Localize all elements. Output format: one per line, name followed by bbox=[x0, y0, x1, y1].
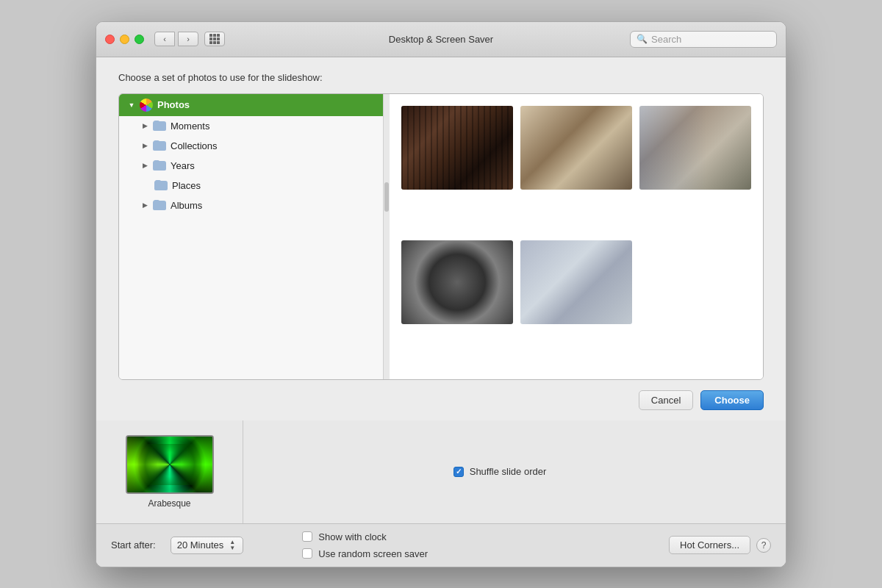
bottom-section: Arabesque Shuffle slide order Start afte… bbox=[96, 420, 786, 567]
shuffle-label: Shuffle slide order bbox=[470, 466, 547, 477]
photo-thumb-5[interactable] bbox=[520, 240, 632, 324]
folder-icon-places bbox=[154, 180, 168, 190]
dialog-panel: ▼ Photos ▶ Moments ▶ Collections bbox=[118, 93, 764, 380]
sidebar-label-places: Places bbox=[172, 180, 201, 191]
hot-corners-area bbox=[756, 420, 786, 523]
bottom-right: Hot Corners... ? bbox=[669, 536, 771, 554]
folder-icon-collections bbox=[153, 140, 166, 151]
sidebar-item-places[interactable]: Places bbox=[119, 176, 383, 196]
folder-icon-albums bbox=[153, 200, 166, 210]
photos-icon bbox=[140, 98, 153, 112]
button-row: Cancel Choose bbox=[118, 380, 764, 420]
hot-corners-button[interactable]: Hot Corners... bbox=[669, 536, 750, 554]
sidebar-item-years[interactable]: ▶ Years bbox=[119, 156, 383, 176]
scrollbar-thumb[interactable] bbox=[384, 182, 389, 212]
sidebar-label-years: Years bbox=[171, 160, 195, 171]
search-icon: 🔍 bbox=[637, 34, 648, 44]
search-box[interactable]: 🔍 bbox=[630, 31, 777, 48]
preview-label: Arabesque bbox=[148, 498, 190, 509]
main-window: ‹ › Desktop & Screen Saver 🔍 Choose a se… bbox=[96, 21, 786, 567]
shuffle-checkbox[interactable] bbox=[453, 467, 464, 477]
arabesque-thumbnail bbox=[126, 435, 214, 494]
title-bar: ‹ › Desktop & Screen Saver 🔍 bbox=[96, 22, 786, 57]
grid-view-button[interactable] bbox=[204, 32, 225, 46]
clock-options: Show with clock Use random screen saver bbox=[302, 531, 428, 559]
start-after-select[interactable]: 20 Minutes ▲ ▼ bbox=[171, 537, 244, 554]
disclosure-arrow-years: ▶ bbox=[140, 160, 150, 171]
photo-thumb-4[interactable] bbox=[401, 240, 513, 324]
sidebar-label-collections: Collections bbox=[171, 140, 218, 151]
photo-thumb-2[interactable] bbox=[520, 106, 632, 190]
sidebar: ▼ Photos ▶ Moments ▶ Collections bbox=[119, 94, 384, 379]
disclosure-arrow-collections: ▶ bbox=[140, 140, 150, 151]
sidebar-item-collections[interactable]: ▶ Collections bbox=[119, 136, 383, 156]
options-area: Shuffle slide order bbox=[243, 420, 756, 523]
main-content: Choose a set of photos to use for the sl… bbox=[96, 57, 786, 420]
window-title: Desktop & Screen Saver bbox=[389, 34, 493, 45]
help-button[interactable]: ? bbox=[756, 538, 771, 553]
folder-icon-moments bbox=[153, 121, 166, 131]
sidebar-item-moments[interactable]: ▶ Moments bbox=[119, 116, 383, 136]
cancel-button[interactable]: Cancel bbox=[639, 390, 693, 410]
nav-buttons: ‹ › bbox=[154, 32, 198, 46]
random-saver-checkbox[interactable] bbox=[302, 548, 312, 559]
grid-icon bbox=[209, 34, 220, 44]
sidebar-label-albums: Albums bbox=[171, 200, 202, 211]
sidebar-item-albums[interactable]: ▶ Albums bbox=[119, 196, 383, 215]
photo-thumb-3[interactable] bbox=[639, 106, 751, 190]
disclosure-arrow-albums: ▶ bbox=[140, 200, 150, 210]
preview-thumb-area: Arabesque bbox=[96, 420, 243, 523]
bottom-bar: Start after: 20 Minutes ▲ ▼ Show with cl… bbox=[96, 523, 786, 567]
minimize-button[interactable] bbox=[120, 35, 129, 44]
random-saver-label: Use random screen saver bbox=[318, 548, 428, 559]
sidebar-item-photos[interactable]: ▼ Photos bbox=[119, 94, 383, 116]
stepper[interactable]: ▲ ▼ bbox=[228, 539, 237, 551]
sidebar-scrollbar[interactable] bbox=[384, 94, 390, 379]
show-clock-row: Show with clock bbox=[302, 531, 428, 542]
photo-preview-area bbox=[390, 94, 763, 379]
disclosure-arrow-photos: ▼ bbox=[126, 100, 137, 110]
disclosure-arrow-moments: ▶ bbox=[140, 121, 150, 131]
stepper-down-icon[interactable]: ▼ bbox=[228, 545, 237, 551]
traffic-lights bbox=[105, 35, 144, 44]
photo-thumb-1[interactable] bbox=[401, 106, 513, 190]
start-after-value: 20 Minutes bbox=[177, 539, 224, 551]
sidebar-label-moments: Moments bbox=[171, 121, 209, 132]
folder-icon-years bbox=[153, 160, 166, 171]
close-button[interactable] bbox=[105, 35, 115, 44]
forward-button[interactable]: › bbox=[178, 32, 198, 46]
random-saver-row: Use random screen saver bbox=[302, 548, 428, 559]
search-input[interactable] bbox=[651, 34, 770, 45]
instruction-text: Choose a set of photos to use for the sl… bbox=[118, 72, 764, 83]
start-after-label: Start after: bbox=[111, 539, 156, 551]
sidebar-label-photos: Photos bbox=[157, 99, 190, 110]
choose-button[interactable]: Choose bbox=[700, 390, 764, 410]
bottom-content: Arabesque Shuffle slide order bbox=[96, 420, 786, 523]
maximize-button[interactable] bbox=[135, 35, 144, 44]
shuffle-row: Shuffle slide order bbox=[265, 466, 734, 477]
show-clock-checkbox[interactable] bbox=[302, 531, 312, 542]
show-clock-label: Show with clock bbox=[318, 531, 386, 542]
back-button[interactable]: ‹ bbox=[154, 32, 175, 46]
